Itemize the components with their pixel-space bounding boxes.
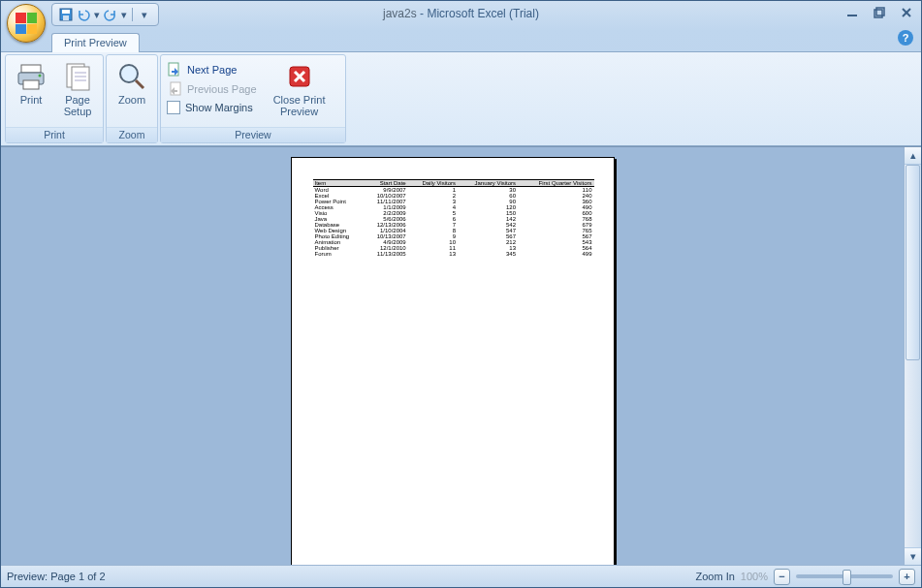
preview-canvas[interactable]: ItemStart DateDaily VisitorsJanuary Visi… bbox=[1, 147, 904, 565]
title-bar: ▾ ▾ ▾ java2s - Microsoft Excel (Trial) bbox=[1, 1, 921, 28]
svg-rect-20 bbox=[171, 82, 180, 95]
status-page-info: Preview: Page 1 of 2 bbox=[7, 571, 106, 582]
page-setup-icon bbox=[62, 61, 93, 92]
svg-point-17 bbox=[120, 65, 138, 82]
page-preview: ItemStart DateDaily VisitorsJanuary Visi… bbox=[291, 157, 615, 565]
zoom-in-label[interactable]: Zoom In bbox=[696, 571, 735, 582]
sheet-content: ItemStart DateDaily VisitorsJanuary Visi… bbox=[313, 179, 592, 257]
svg-rect-10 bbox=[23, 80, 39, 89]
svg-rect-2 bbox=[63, 15, 69, 20]
svg-rect-5 bbox=[876, 8, 884, 15]
office-logo-icon bbox=[16, 13, 37, 34]
zoom-in-button[interactable]: + bbox=[899, 569, 915, 585]
ribbon: Print Page Setup Print Zoom bbox=[1, 51, 921, 146]
restore-button[interactable] bbox=[871, 5, 888, 20]
group-preview-label: Preview bbox=[161, 127, 345, 142]
status-bar: Preview: Page 1 of 2 Zoom In 100% − + bbox=[1, 565, 921, 587]
close-preview-icon bbox=[284, 61, 315, 92]
close-button[interactable] bbox=[898, 5, 915, 20]
scroll-down-icon[interactable]: ▾ bbox=[905, 547, 921, 565]
minimize-button[interactable] bbox=[843, 5, 861, 20]
preview-workspace: ItemStart DateDaily VisitorsJanuary Visi… bbox=[1, 146, 921, 565]
group-print: Print Page Setup Print bbox=[5, 54, 104, 143]
app-name: - Microsoft Excel (Trial) bbox=[417, 7, 539, 20]
svg-point-11 bbox=[39, 75, 42, 77]
svg-rect-4 bbox=[874, 10, 882, 17]
print-label: Print bbox=[20, 94, 43, 106]
zoom-label: Zoom bbox=[118, 94, 145, 106]
checkbox-icon bbox=[167, 101, 180, 114]
data-table: ItemStart DateDaily VisitorsJanuary Visi… bbox=[313, 179, 594, 257]
zoom-percent: 100% bbox=[741, 571, 768, 582]
printer-icon bbox=[16, 61, 47, 92]
svg-rect-19 bbox=[169, 63, 178, 76]
vertical-scrollbar[interactable]: ▴ ▾ bbox=[904, 147, 921, 565]
col-header: Daily Visitors bbox=[408, 180, 458, 187]
zoom-controls: Zoom In 100% − + bbox=[696, 569, 916, 585]
col-header: Item bbox=[313, 180, 365, 187]
print-button[interactable]: Print bbox=[8, 57, 54, 106]
zoom-out-button[interactable]: − bbox=[774, 569, 790, 585]
svg-rect-13 bbox=[72, 67, 89, 90]
undo-icon[interactable] bbox=[76, 7, 91, 22]
close-preview-label: Close Print Preview bbox=[273, 94, 326, 117]
document-name: java2s bbox=[383, 7, 417, 20]
next-page-icon bbox=[167, 62, 182, 77]
next-page-label: Next Page bbox=[187, 64, 237, 76]
col-header: First Quarter Visitors bbox=[518, 180, 593, 187]
zoom-button[interactable]: Zoom bbox=[109, 57, 155, 106]
qat-customize-icon[interactable]: ▾ bbox=[137, 7, 152, 22]
group-preview: Next Page Previous Page Show Margins bbox=[160, 54, 346, 143]
page-setup-label: Page Setup bbox=[64, 94, 92, 117]
close-preview-button[interactable]: Close Print Preview bbox=[265, 57, 334, 117]
previous-page-icon bbox=[167, 81, 182, 97]
table-row: Forum11/13/200513345499 bbox=[313, 251, 594, 257]
next-page-button[interactable]: Next Page bbox=[165, 61, 259, 78]
quick-access-toolbar: ▾ ▾ ▾ bbox=[51, 3, 159, 26]
scroll-thumb[interactable] bbox=[906, 165, 920, 360]
show-margins-checkbox[interactable]: Show Margins bbox=[165, 100, 259, 115]
col-header: January Visitors bbox=[458, 180, 518, 187]
svg-rect-1 bbox=[62, 10, 70, 14]
svg-rect-8 bbox=[21, 65, 41, 73]
group-print-label: Print bbox=[6, 127, 103, 142]
office-button[interactable] bbox=[7, 4, 46, 43]
ribbon-tabs: Print Preview ? bbox=[1, 28, 921, 51]
svg-line-18 bbox=[136, 80, 143, 88]
previous-page-button: Previous Page bbox=[165, 80, 259, 98]
redo-icon[interactable] bbox=[103, 7, 118, 22]
qat-separator bbox=[132, 8, 133, 21]
tab-print-preview[interactable]: Print Preview bbox=[51, 33, 140, 52]
zoom-slider-knob[interactable] bbox=[843, 570, 851, 585]
zoom-slider[interactable] bbox=[796, 574, 893, 578]
col-header: Start Date bbox=[364, 180, 407, 187]
group-zoom-label: Zoom bbox=[107, 127, 157, 142]
help-button[interactable]: ? bbox=[898, 30, 913, 46]
redo-dropdown-icon[interactable]: ▾ bbox=[120, 7, 128, 22]
group-zoom: Zoom Zoom bbox=[106, 54, 158, 143]
scroll-track[interactable] bbox=[905, 165, 921, 547]
save-icon[interactable] bbox=[58, 7, 74, 22]
undo-dropdown-icon[interactable]: ▾ bbox=[93, 7, 101, 22]
magnifier-icon bbox=[116, 61, 147, 92]
scroll-up-icon[interactable]: ▴ bbox=[905, 147, 921, 165]
page-setup-button[interactable]: Page Setup bbox=[54, 57, 101, 117]
previous-page-label: Previous Page bbox=[187, 83, 257, 95]
show-margins-label: Show Margins bbox=[185, 102, 253, 113]
